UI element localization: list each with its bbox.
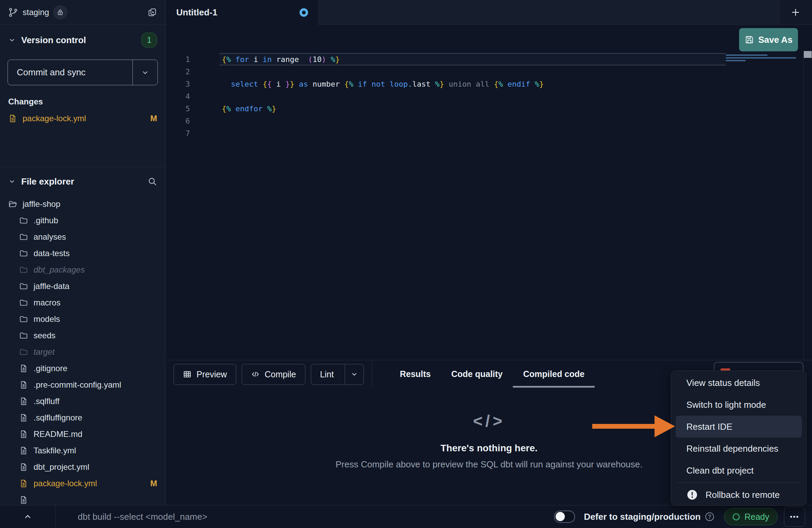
tree-item-label: dbt_project.yml: [34, 462, 89, 472]
tree-item--github[interactable]: .github: [0, 212, 165, 229]
changed-file-row[interactable]: package-lock.yml M: [8, 111, 157, 126]
file-icon: [19, 495, 28, 504]
tab-title: Untitled-1: [176, 7, 217, 18]
copy-branch-button[interactable]: [148, 8, 157, 17]
branch-lock-chip: [53, 5, 67, 20]
preview-button[interactable]: Preview: [174, 364, 236, 385]
lock-icon: [56, 9, 64, 16]
save-icon: [745, 35, 754, 45]
lint-button[interactable]: Lint: [311, 364, 364, 385]
compile-button[interactable]: Compile: [242, 364, 305, 385]
version-control-header[interactable]: Version control 1: [0, 32, 165, 48]
tree-item-data-tests[interactable]: data-tests: [0, 245, 165, 262]
tree-item-package-lock-yml[interactable]: package-lock.ymlM: [0, 475, 165, 492]
save-as-button[interactable]: Save As: [739, 28, 798, 51]
minimap[interactable]: [726, 54, 798, 63]
tree-item-label: .sqlfluff: [34, 397, 60, 406]
tree-item-taskfile-yml[interactable]: Taskfile.yml: [0, 442, 165, 459]
collapse-panel-button[interactable]: [0, 505, 56, 528]
tree-item-jaffle-shop[interactable]: jaffle-shop: [0, 196, 165, 212]
tree-item-jaffle-data[interactable]: jaffle-data: [0, 278, 165, 294]
menu-item-clean-dbt-project[interactable]: Clean dbt project: [676, 460, 802, 481]
tree-item-label: macros: [34, 298, 61, 307]
version-control-title: Version control: [21, 35, 86, 46]
tree-item-seeds[interactable]: seeds: [0, 327, 165, 344]
tree-item-label: models: [34, 314, 60, 324]
command-input[interactable]: dbt build --select <model_name>: [78, 512, 207, 522]
tree-item-label: analyses: [34, 232, 66, 242]
tree-item-dbt-packages[interactable]: dbt_packages: [0, 262, 165, 278]
line-number: 6: [166, 117, 190, 125]
tree-item-readme-md[interactable]: README.md: [0, 426, 165, 442]
tree-item-label: .github: [34, 216, 58, 225]
tree-item-partial[interactable]: [0, 492, 165, 505]
tree-item-models[interactable]: models: [0, 311, 165, 327]
file-explorer-header[interactable]: File explorer: [0, 173, 165, 190]
folder-icon: [19, 216, 28, 225]
changed-file-name: package-lock.yml: [23, 114, 86, 123]
branch-name: staging: [23, 8, 49, 17]
commit-options-dropdown[interactable]: [132, 60, 157, 85]
tree-item-label: seeds: [34, 331, 55, 340]
tab-untitled-1[interactable]: Untitled-1: [166, 0, 319, 25]
commit-and-sync-button[interactable]: Commit and sync: [8, 60, 158, 85]
panel-tab-results[interactable]: Results: [390, 360, 441, 388]
tree-item-label: .pre-commit-config.yaml: [34, 380, 121, 390]
menu-item-restart-ide[interactable]: Restart IDE: [676, 416, 802, 438]
tree-item-label: target: [34, 347, 54, 357]
tree-item-label: package-lock.yml: [34, 479, 97, 488]
editor-scrollbar[interactable]: [803, 53, 812, 360]
table-icon: [183, 370, 192, 379]
menu-item-switch-to-light-mode[interactable]: Switch to light mode: [676, 394, 802, 416]
sidebar: staging Version control 1 Commit and syn…: [0, 0, 166, 505]
folder-icon: [19, 331, 28, 340]
code-line-5[interactable]: 5{% endfor %}: [166, 102, 812, 115]
code-line-2[interactable]: 2: [166, 65, 812, 78]
tree-item--gitignore[interactable]: .gitignore: [0, 360, 165, 377]
code-line-6[interactable]: 6: [166, 115, 812, 127]
file-icon: [19, 380, 28, 389]
new-tab-button[interactable]: [779, 0, 812, 24]
file-tree: jaffle-shop.githubanalysesdata-testsdbt_…: [0, 196, 165, 505]
menu-divider: [677, 482, 800, 483]
ready-status-icon: [733, 513, 740, 520]
file-search-button[interactable]: [148, 177, 157, 186]
panel-tab-code-quality[interactable]: Code quality: [441, 360, 513, 388]
tree-item-macros[interactable]: macros: [0, 294, 165, 311]
code-line-1[interactable]: 1{% for i in range (10) %}: [166, 53, 812, 65]
tree-item-target[interactable]: target: [0, 344, 165, 360]
commit-and-sync-label: Commit and sync: [8, 67, 86, 78]
line-number: 7: [166, 129, 190, 138]
editor-toolbar: Save As: [166, 25, 812, 54]
defer-toggle[interactable]: [554, 511, 575, 523]
lint-options-dropdown[interactable]: [345, 364, 364, 385]
menu-item-view-status-details[interactable]: View status details: [676, 372, 802, 394]
status-ready-pill[interactable]: Ready: [724, 508, 778, 525]
ide-options-menu: View status detailsSwitch to light modeR…: [671, 370, 807, 506]
help-icon[interactable]: [705, 512, 714, 521]
chevron-down-icon: [8, 36, 16, 44]
tree-item--sqlfluffignore[interactable]: .sqlfluffignore: [0, 410, 165, 426]
tree-item--pre-commit-config-yaml[interactable]: .pre-commit-config.yaml: [0, 377, 165, 393]
tree-item-analyses[interactable]: analyses: [0, 229, 165, 245]
line-number: 2: [166, 67, 190, 76]
code-editor[interactable]: 1{% for i in range (10) %}23 select {{ i…: [166, 53, 812, 360]
file-icon: [19, 364, 28, 373]
tree-item-dbt-project-yml[interactable]: dbt_project.yml: [0, 459, 165, 475]
chevron-down-icon: [141, 68, 149, 77]
exclamation-circle-icon: [686, 489, 698, 501]
code-line-4[interactable]: 4: [166, 90, 812, 102]
menu-item-rollback-to-remote[interactable]: Rollback to remote: [676, 484, 802, 506]
folder-icon: [19, 348, 28, 356]
code-line-7[interactable]: 7: [166, 127, 812, 139]
tree-item--sqlfluff[interactable]: .sqlfluff: [0, 393, 165, 410]
line-number: 5: [166, 104, 190, 113]
menu-item-reinstall-dependencies[interactable]: Reinstall dependencies: [676, 438, 802, 460]
code-icon: [251, 370, 260, 379]
branch-bar: staging: [0, 0, 165, 25]
scrollbar-thumb[interactable]: [804, 51, 812, 58]
git-branch-icon: [8, 7, 18, 17]
code-line-3[interactable]: 3 select {{ i }} as number {% if not loo…: [166, 78, 812, 90]
panel-tab-compiled-code[interactable]: Compiled code: [513, 360, 595, 388]
more-options-button[interactable]: •••: [784, 507, 805, 527]
